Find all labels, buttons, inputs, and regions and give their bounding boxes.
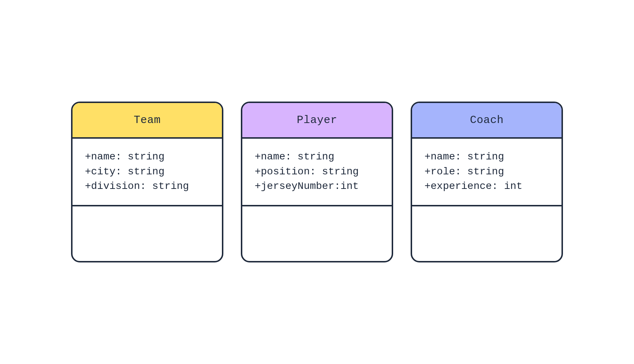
class-attributes-section: +name: string +role: string +experience:… (412, 139, 561, 206)
class-attributes-section: +name: string +position: string +jerseyN… (242, 139, 392, 206)
class-header: Team (73, 103, 222, 139)
class-name: Team (134, 114, 161, 126)
class-methods-section (242, 206, 392, 261)
class-attribute: +city: string (85, 165, 210, 179)
class-attribute: +jerseyNumber:int (255, 179, 379, 194)
class-box-team: Team +name: string +city: string +divisi… (71, 102, 223, 262)
class-methods-section (73, 206, 222, 261)
class-attributes-section: +name: string +city: string +division: s… (73, 139, 222, 206)
uml-class-diagram: Team +name: string +city: string +divisi… (71, 102, 563, 262)
class-attribute: +position: string (255, 165, 379, 179)
class-header: Coach (412, 103, 561, 139)
class-box-player: Player +name: string +position: string +… (241, 102, 393, 262)
class-attribute: +name: string (85, 150, 210, 165)
class-attribute: +name: string (424, 150, 549, 165)
class-name: Coach (470, 114, 504, 126)
class-attribute: +division: string (85, 179, 210, 194)
class-name: Player (297, 114, 337, 126)
class-header: Player (242, 103, 392, 139)
class-attribute: +name: string (255, 150, 379, 165)
class-attribute: +experience: int (424, 179, 549, 194)
class-methods-section (412, 206, 561, 261)
class-box-coach: Coach +name: string +role: string +exper… (411, 102, 563, 262)
class-attribute: +role: string (424, 165, 549, 179)
